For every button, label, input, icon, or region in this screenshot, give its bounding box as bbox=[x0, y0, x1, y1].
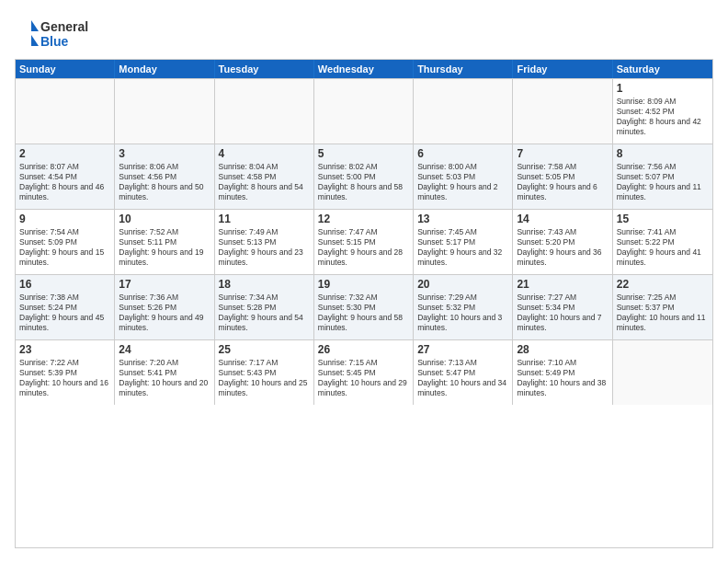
calendar-day-6: 6Sunrise: 8:00 AM Sunset: 5:03 PM Daylig… bbox=[414, 144, 513, 209]
calendar-day-19: 19Sunrise: 7:32 AM Sunset: 5:30 PM Dayli… bbox=[314, 275, 414, 339]
day-number: 9 bbox=[19, 213, 110, 225]
day-number: 28 bbox=[517, 343, 608, 356]
day-info: Sunrise: 7:52 AM Sunset: 5:11 PM Dayligh… bbox=[119, 227, 210, 268]
day-info: Sunrise: 7:10 AM Sunset: 5:49 PM Dayligh… bbox=[517, 358, 608, 398]
calendar-day-10: 10Sunrise: 7:52 AM Sunset: 5:11 PM Dayli… bbox=[115, 210, 214, 274]
svg-text:General: General bbox=[40, 19, 88, 34]
calendar-empty-cell bbox=[513, 79, 612, 144]
day-info: Sunrise: 7:36 AM Sunset: 5:26 PM Dayligh… bbox=[119, 293, 210, 333]
calendar-day-5: 5Sunrise: 8:02 AM Sunset: 5:00 PM Daylig… bbox=[314, 144, 414, 209]
day-info: Sunrise: 8:06 AM Sunset: 4:56 PM Dayligh… bbox=[119, 162, 210, 202]
calendar-day-16: 16Sunrise: 7:38 AM Sunset: 5:24 PM Dayli… bbox=[16, 275, 115, 339]
svg-marker-3 bbox=[31, 35, 39, 46]
day-info: Sunrise: 7:17 AM Sunset: 5:43 PM Dayligh… bbox=[219, 358, 310, 398]
day-info: Sunrise: 8:04 AM Sunset: 4:58 PM Dayligh… bbox=[219, 162, 310, 202]
day-number: 11 bbox=[219, 213, 310, 225]
calendar-empty-cell bbox=[115, 79, 214, 144]
calendar-day-21: 21Sunrise: 7:27 AM Sunset: 5:34 PM Dayli… bbox=[513, 275, 612, 339]
day-number: 7 bbox=[517, 147, 608, 160]
calendar-page: General Blue SundayMondayTuesdayWednesda… bbox=[0, 0, 728, 563]
day-info: Sunrise: 7:38 AM Sunset: 5:24 PM Dayligh… bbox=[19, 293, 110, 333]
weekday-header-thursday: Thursday bbox=[414, 60, 513, 78]
calendar-day-23: 23Sunrise: 7:22 AM Sunset: 5:39 PM Dayli… bbox=[16, 340, 115, 405]
day-info: Sunrise: 7:25 AM Sunset: 5:37 PM Dayligh… bbox=[617, 293, 709, 333]
calendar-day-27: 27Sunrise: 7:13 AM Sunset: 5:47 PM Dayli… bbox=[414, 340, 513, 405]
day-number: 10 bbox=[119, 213, 210, 225]
header: General Blue bbox=[15, 15, 713, 52]
calendar-day-11: 11Sunrise: 7:49 AM Sunset: 5:13 PM Dayli… bbox=[215, 210, 314, 274]
calendar-empty-cell bbox=[215, 79, 314, 144]
calendar-day-18: 18Sunrise: 7:34 AM Sunset: 5:28 PM Dayli… bbox=[215, 275, 314, 339]
day-info: Sunrise: 7:54 AM Sunset: 5:09 PM Dayligh… bbox=[19, 227, 110, 268]
calendar-day-22: 22Sunrise: 7:25 AM Sunset: 5:37 PM Dayli… bbox=[613, 275, 712, 339]
calendar-empty-cell bbox=[414, 79, 513, 144]
day-number: 1 bbox=[617, 82, 709, 95]
day-number: 5 bbox=[318, 147, 409, 160]
calendar-day-14: 14Sunrise: 7:43 AM Sunset: 5:20 PM Dayli… bbox=[513, 210, 612, 274]
calendar-row-1: 2Sunrise: 8:07 AM Sunset: 4:54 PM Daylig… bbox=[16, 144, 712, 209]
calendar-day-12: 12Sunrise: 7:47 AM Sunset: 5:15 PM Dayli… bbox=[314, 210, 414, 274]
calendar-day-2: 2Sunrise: 8:07 AM Sunset: 4:54 PM Daylig… bbox=[16, 144, 115, 209]
calendar-day-9: 9Sunrise: 7:54 AM Sunset: 5:09 PM Daylig… bbox=[16, 210, 115, 274]
calendar-day-3: 3Sunrise: 8:06 AM Sunset: 4:56 PM Daylig… bbox=[115, 144, 214, 209]
weekday-header-saturday: Saturday bbox=[613, 60, 712, 78]
day-number: 24 bbox=[119, 343, 210, 356]
day-info: Sunrise: 7:22 AM Sunset: 5:39 PM Dayligh… bbox=[19, 358, 110, 398]
day-info: Sunrise: 7:45 AM Sunset: 5:17 PM Dayligh… bbox=[417, 227, 508, 268]
calendar-body: 1Sunrise: 8:09 AM Sunset: 4:52 PM Daylig… bbox=[16, 78, 712, 405]
day-number: 19 bbox=[318, 278, 409, 291]
calendar: SundayMondayTuesdayWednesdayThursdayFrid… bbox=[15, 59, 713, 548]
calendar-day-17: 17Sunrise: 7:36 AM Sunset: 5:26 PM Dayli… bbox=[115, 275, 214, 339]
calendar-row-0: 1Sunrise: 8:09 AM Sunset: 4:52 PM Daylig… bbox=[16, 78, 712, 144]
svg-text:Blue: Blue bbox=[40, 34, 69, 49]
day-number: 15 bbox=[617, 213, 709, 225]
logo-svg: General Blue bbox=[15, 15, 97, 52]
day-number: 17 bbox=[119, 278, 210, 291]
calendar-header: SundayMondayTuesdayWednesdayThursdayFrid… bbox=[16, 60, 712, 78]
day-info: Sunrise: 7:20 AM Sunset: 5:41 PM Dayligh… bbox=[119, 358, 210, 398]
day-info: Sunrise: 7:27 AM Sunset: 5:34 PM Dayligh… bbox=[517, 293, 608, 333]
weekday-header-wednesday: Wednesday bbox=[314, 60, 414, 78]
calendar-day-15: 15Sunrise: 7:41 AM Sunset: 5:22 PM Dayli… bbox=[613, 210, 712, 274]
day-info: Sunrise: 7:34 AM Sunset: 5:28 PM Dayligh… bbox=[219, 293, 310, 333]
day-number: 8 bbox=[617, 147, 709, 160]
calendar-empty-cell bbox=[16, 79, 115, 144]
svg-marker-2 bbox=[31, 20, 39, 31]
logo: General Blue bbox=[15, 15, 97, 52]
weekday-header-tuesday: Tuesday bbox=[215, 60, 314, 78]
day-info: Sunrise: 8:07 AM Sunset: 4:54 PM Dayligh… bbox=[19, 162, 110, 202]
calendar-day-1: 1Sunrise: 8:09 AM Sunset: 4:52 PM Daylig… bbox=[613, 79, 712, 144]
calendar-empty-cell bbox=[613, 340, 712, 405]
day-info: Sunrise: 8:09 AM Sunset: 4:52 PM Dayligh… bbox=[617, 97, 709, 137]
day-number: 3 bbox=[119, 147, 210, 160]
day-number: 25 bbox=[219, 343, 310, 356]
calendar-day-26: 26Sunrise: 7:15 AM Sunset: 5:45 PM Dayli… bbox=[314, 340, 414, 405]
day-info: Sunrise: 7:29 AM Sunset: 5:32 PM Dayligh… bbox=[417, 293, 508, 333]
weekday-header-friday: Friday bbox=[513, 60, 612, 78]
day-number: 20 bbox=[417, 278, 508, 291]
day-info: Sunrise: 7:56 AM Sunset: 5:07 PM Dayligh… bbox=[617, 162, 709, 202]
day-info: Sunrise: 7:47 AM Sunset: 5:15 PM Dayligh… bbox=[318, 227, 409, 268]
day-info: Sunrise: 7:58 AM Sunset: 5:05 PM Dayligh… bbox=[517, 162, 608, 202]
calendar-row-2: 9Sunrise: 7:54 AM Sunset: 5:09 PM Daylig… bbox=[16, 209, 712, 274]
day-number: 14 bbox=[517, 213, 608, 225]
day-number: 12 bbox=[318, 213, 409, 225]
day-number: 2 bbox=[19, 147, 110, 160]
day-number: 13 bbox=[417, 213, 508, 225]
day-number: 22 bbox=[617, 278, 709, 291]
day-info: Sunrise: 7:49 AM Sunset: 5:13 PM Dayligh… bbox=[219, 227, 310, 268]
weekday-header-sunday: Sunday bbox=[16, 60, 115, 78]
day-number: 18 bbox=[219, 278, 310, 291]
day-number: 26 bbox=[318, 343, 409, 356]
weekday-header-monday: Monday bbox=[115, 60, 214, 78]
calendar-day-24: 24Sunrise: 7:20 AM Sunset: 5:41 PM Dayli… bbox=[115, 340, 214, 405]
day-info: Sunrise: 7:13 AM Sunset: 5:47 PM Dayligh… bbox=[417, 358, 508, 398]
calendar-day-13: 13Sunrise: 7:45 AM Sunset: 5:17 PM Dayli… bbox=[414, 210, 513, 274]
day-number: 16 bbox=[19, 278, 110, 291]
day-info: Sunrise: 7:41 AM Sunset: 5:22 PM Dayligh… bbox=[617, 227, 709, 268]
calendar-day-28: 28Sunrise: 7:10 AM Sunset: 5:49 PM Dayli… bbox=[513, 340, 612, 405]
calendar-day-20: 20Sunrise: 7:29 AM Sunset: 5:32 PM Dayli… bbox=[414, 275, 513, 339]
day-info: Sunrise: 8:00 AM Sunset: 5:03 PM Dayligh… bbox=[417, 162, 508, 202]
calendar-day-4: 4Sunrise: 8:04 AM Sunset: 4:58 PM Daylig… bbox=[215, 144, 314, 209]
calendar-day-7: 7Sunrise: 7:58 AM Sunset: 5:05 PM Daylig… bbox=[513, 144, 612, 209]
